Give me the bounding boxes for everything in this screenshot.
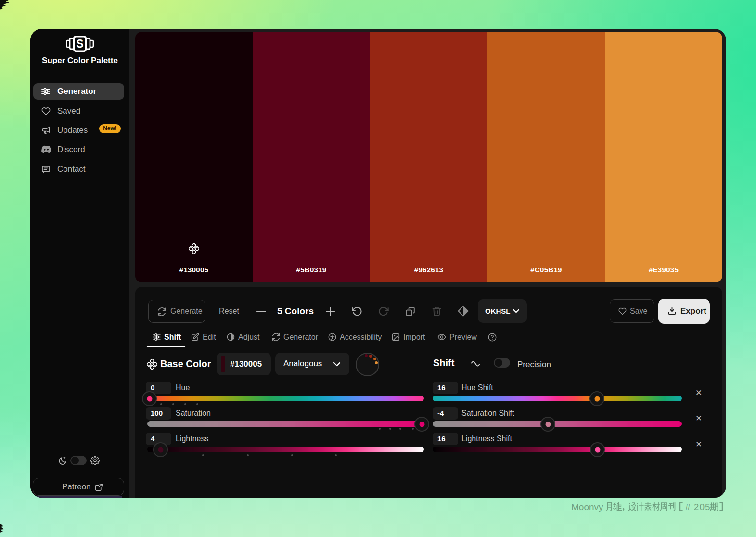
svg-text:S: S xyxy=(76,38,83,50)
